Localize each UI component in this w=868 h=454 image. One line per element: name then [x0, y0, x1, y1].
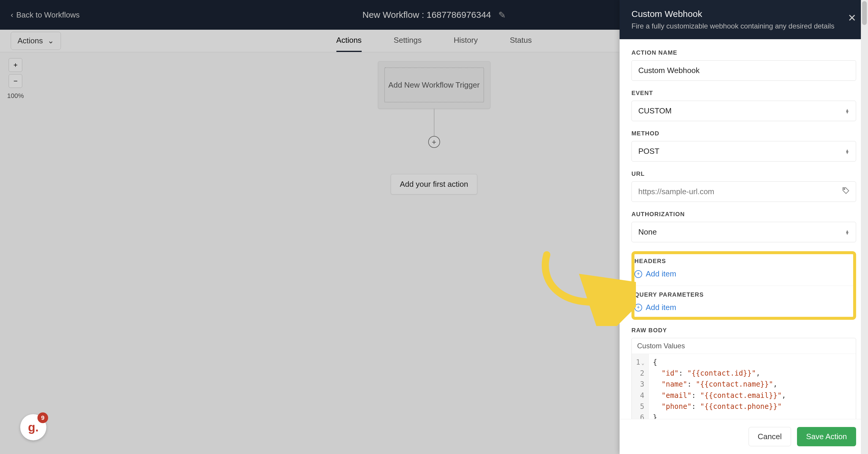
- add-query-param-label: Add item: [646, 303, 676, 312]
- authorization-select[interactable]: None ▲▼: [631, 222, 856, 242]
- workflow-title: New Workflow : 1687786976344: [362, 10, 491, 20]
- select-arrows-icon: ▲▼: [845, 149, 849, 154]
- workflow-title-wrap: New Workflow : 1687786976344 ✎: [362, 10, 505, 20]
- raw-body-editor[interactable]: Custom Values 1⌄23456 { "id": "{{contact…: [631, 338, 856, 419]
- zoom-controls: + − 100%: [7, 58, 24, 100]
- tab-settings[interactable]: Settings: [394, 30, 422, 52]
- tab-status[interactable]: Status: [510, 30, 532, 52]
- highlight-divider: [634, 286, 853, 286]
- edit-title-icon[interactable]: ✎: [498, 10, 506, 20]
- trigger-card: Add New Workflow Trigger: [378, 61, 490, 109]
- add-trigger-button[interactable]: Add New Workflow Trigger: [384, 67, 484, 102]
- add-header-button[interactable]: + Add item: [634, 267, 853, 280]
- tabs: Actions Settings History Status: [336, 30, 532, 52]
- label-query-parameters: QUERY PARAMETERS: [634, 291, 853, 298]
- add-step-button[interactable]: +: [428, 136, 440, 148]
- add-header-label: Add item: [646, 269, 676, 279]
- help-widget[interactable]: g. 9: [20, 414, 46, 440]
- code-header: Custom Values: [632, 338, 856, 354]
- label-url: URL: [631, 170, 856, 177]
- chevron-down-icon: ⌄: [48, 36, 54, 45]
- add-first-action-button[interactable]: Add your first action: [391, 174, 477, 194]
- label-authorization: AUTHORIZATION: [631, 211, 856, 218]
- label-event: EVENT: [631, 90, 856, 97]
- panel-body: ACTION NAME EVENT CUSTOM ▲▼ METHOD POST …: [620, 39, 868, 419]
- zoom-in-button[interactable]: +: [9, 58, 22, 72]
- panel-header: Custom Webhook Fire a fully customizable…: [620, 0, 868, 39]
- flow-connector: [434, 109, 434, 136]
- tag-icon[interactable]: [842, 187, 850, 197]
- help-widget-glyph: g.: [28, 421, 39, 434]
- label-raw-body: RAW BODY: [631, 327, 856, 334]
- add-query-param-button[interactable]: + Add item: [634, 301, 853, 313]
- headers-query-highlight: HEADERS + Add item QUERY PARAMETERS + Ad…: [631, 251, 856, 320]
- action-name-input[interactable]: [631, 60, 856, 81]
- url-input[interactable]: [631, 182, 856, 202]
- scroll-thumb[interactable]: [862, 1, 867, 25]
- select-arrows-icon: ▲▼: [845, 108, 849, 114]
- save-action-button[interactable]: Save Action: [797, 427, 856, 446]
- zoom-out-button[interactable]: −: [9, 74, 22, 88]
- label-headers: HEADERS: [634, 258, 853, 265]
- action-config-panel: Custom Webhook Fire a fully customizable…: [620, 0, 868, 454]
- plus-circle-icon: +: [634, 304, 642, 312]
- label-method: METHOD: [631, 130, 856, 137]
- code-lines[interactable]: { "id": "{{contact.id}}", "name": "{{con…: [649, 354, 790, 419]
- cancel-button[interactable]: Cancel: [748, 427, 791, 446]
- svg-point-0: [844, 188, 845, 189]
- actions-dropdown[interactable]: Actions ⌄: [11, 32, 61, 50]
- authorization-value: None: [638, 227, 657, 236]
- plus-circle-icon: +: [634, 270, 642, 278]
- scrollbar[interactable]: [861, 0, 868, 454]
- help-widget-badge: 9: [37, 413, 48, 423]
- panel-title: Custom Webhook: [631, 9, 856, 19]
- method-value: POST: [638, 147, 659, 156]
- close-icon[interactable]: ✕: [848, 12, 856, 24]
- select-arrows-icon: ▲▼: [845, 229, 849, 234]
- panel-footer: Cancel Save Action: [620, 419, 868, 454]
- tab-history[interactable]: History: [454, 30, 478, 52]
- zoom-percent: 100%: [7, 92, 24, 100]
- event-value: CUSTOM: [638, 106, 672, 115]
- code-gutter: 1⌄23456: [632, 354, 649, 419]
- method-select[interactable]: POST ▲▼: [631, 141, 856, 162]
- event-select[interactable]: CUSTOM ▲▼: [631, 101, 856, 121]
- back-to-workflows-link[interactable]: ‹ Back to Workflows: [11, 10, 80, 20]
- back-label: Back to Workflows: [17, 10, 80, 20]
- tab-actions[interactable]: Actions: [336, 30, 362, 52]
- panel-subtitle: Fire a fully customizable webhook contai…: [631, 22, 856, 30]
- label-action-name: ACTION NAME: [631, 49, 856, 56]
- flow-area: Add New Workflow Trigger + Add your firs…: [378, 61, 490, 194]
- actions-dropdown-label: Actions: [18, 36, 43, 45]
- chevron-left-icon: ‹: [11, 10, 13, 20]
